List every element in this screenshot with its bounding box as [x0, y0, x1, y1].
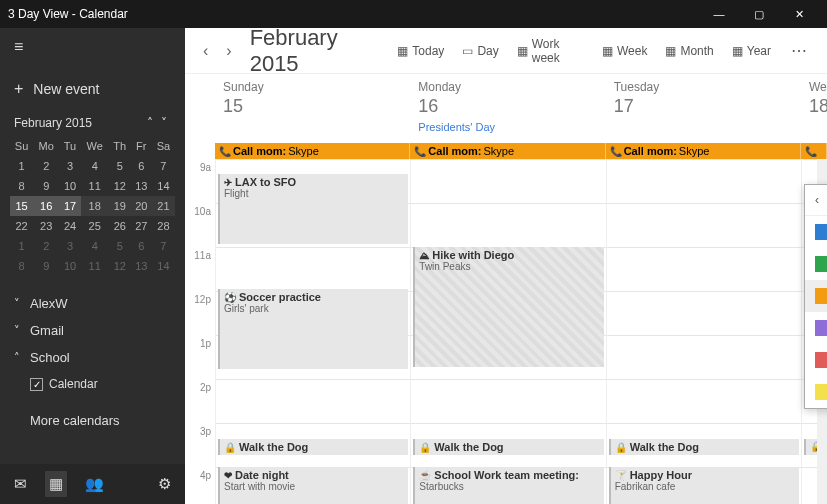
account-item[interactable]: ˅Gmail: [0, 317, 185, 344]
mini-day[interactable]: 1: [10, 156, 33, 176]
mini-day[interactable]: 5: [109, 156, 131, 176]
mini-day[interactable]: 5: [109, 236, 131, 256]
hamburger-icon[interactable]: ≡: [0, 28, 185, 66]
allday-event[interactable]: 📞Call mom: Skype: [606, 143, 801, 159]
calendar-event[interactable]: 🍸Happy HourFabrikan cafe: [609, 467, 799, 504]
category-item[interactable]: Red Category: [805, 344, 827, 376]
mini-day[interactable]: 7: [152, 156, 175, 176]
calendar-icon[interactable]: ▦: [45, 471, 67, 497]
mini-day[interactable]: 4: [81, 156, 109, 176]
view-today-button[interactable]: ▦Today: [391, 40, 450, 62]
hour-cell[interactable]: [411, 203, 605, 247]
mini-day[interactable]: 8: [10, 176, 33, 196]
calendar-event[interactable]: ☕School Work team meeting:Starbucks: [413, 467, 603, 504]
prev-range-button[interactable]: ‹: [197, 38, 214, 64]
mini-day[interactable]: 26: [109, 216, 131, 236]
allday-event[interactable]: 📞Call mom: Skype: [410, 143, 605, 159]
view-month-button[interactable]: ▦Month: [659, 40, 719, 62]
category-item[interactable]: Yellow Category: [805, 376, 827, 408]
hour-cell[interactable]: [607, 203, 801, 247]
time-label: 3p: [185, 423, 215, 467]
hour-cell[interactable]: [607, 379, 801, 423]
checkbox-icon[interactable]: ✓: [30, 378, 43, 391]
mini-day[interactable]: 12: [109, 256, 131, 276]
mini-day[interactable]: 15: [10, 196, 33, 216]
maximize-button[interactable]: ▢: [739, 8, 779, 21]
more-button[interactable]: ⋯: [783, 37, 815, 64]
mini-day[interactable]: 19: [109, 196, 131, 216]
mini-day[interactable]: 16: [33, 196, 59, 216]
mini-day[interactable]: 8: [10, 256, 33, 276]
hour-cell[interactable]: [607, 335, 801, 379]
mini-day[interactable]: 6: [131, 156, 152, 176]
mini-day[interactable]: 4: [81, 236, 109, 256]
mini-day[interactable]: 6: [131, 236, 152, 256]
new-event-button[interactable]: + New event: [0, 66, 185, 116]
mini-next-button[interactable]: ˅: [157, 116, 171, 130]
mini-day[interactable]: 14: [152, 256, 175, 276]
next-range-button[interactable]: ›: [220, 38, 237, 64]
more-calendars-button[interactable]: More calendars: [0, 403, 185, 438]
category-item[interactable]: Orange Category: [805, 280, 827, 312]
category-item[interactable]: Green Category: [805, 248, 827, 280]
mini-day[interactable]: 23: [33, 216, 59, 236]
hour-cell[interactable]: [411, 159, 605, 203]
popup-back-button[interactable]: ‹: [815, 193, 827, 207]
view-day-button[interactable]: ▭Day: [456, 40, 504, 62]
hour-cell[interactable]: [216, 379, 410, 423]
mini-day[interactable]: 11: [81, 176, 109, 196]
people-icon[interactable]: 👥: [81, 471, 108, 497]
account-item[interactable]: ˄School: [0, 344, 185, 371]
sub-calendar-item[interactable]: ✓Calendar: [0, 371, 185, 397]
hour-cell[interactable]: [411, 379, 605, 423]
mini-day[interactable]: 9: [33, 256, 59, 276]
mini-day[interactable]: 24: [59, 216, 80, 236]
mini-day[interactable]: 2: [33, 236, 59, 256]
calendar-event[interactable]: 🔒Walk the Dog: [609, 439, 799, 455]
hour-cell[interactable]: [607, 159, 801, 203]
mini-day[interactable]: 10: [59, 176, 80, 196]
mini-day[interactable]: 12: [109, 176, 131, 196]
mini-day[interactable]: 25: [81, 216, 109, 236]
mini-day[interactable]: 11: [81, 256, 109, 276]
mini-day[interactable]: 2: [33, 156, 59, 176]
mini-day[interactable]: 7: [152, 236, 175, 256]
allday-event[interactable]: 📞: [801, 143, 827, 159]
mini-day[interactable]: 17: [59, 196, 80, 216]
mini-prev-button[interactable]: ˄: [143, 116, 157, 130]
mini-day[interactable]: 20: [131, 196, 152, 216]
hour-cell[interactable]: [216, 247, 410, 291]
mini-day[interactable]: 3: [59, 236, 80, 256]
mini-day[interactable]: 3: [59, 156, 80, 176]
mini-day[interactable]: 13: [131, 176, 152, 196]
category-item[interactable]: Blue Category: [805, 216, 827, 248]
mini-day[interactable]: 1: [10, 236, 33, 256]
minimize-button[interactable]: —: [699, 8, 739, 20]
mini-day[interactable]: 18: [81, 196, 109, 216]
calendar-event[interactable]: ⛰Hike with DiegoTwin Peaks: [413, 247, 603, 367]
view-workweek-button[interactable]: ▦Work week: [511, 33, 590, 69]
settings-icon[interactable]: ⚙: [154, 471, 175, 497]
calendar-event[interactable]: ❤Date nightStart with movie: [218, 467, 408, 504]
category-item[interactable]: Purple Category: [805, 312, 827, 344]
mini-day[interactable]: 9: [33, 176, 59, 196]
mini-day[interactable]: 27: [131, 216, 152, 236]
view-week-button[interactable]: ▦Week: [596, 40, 653, 62]
account-item[interactable]: ˅AlexW: [0, 290, 185, 317]
calendar-event[interactable]: ✈LAX to SFOFlight: [218, 174, 408, 244]
mail-icon[interactable]: ✉: [10, 471, 31, 497]
mini-day[interactable]: 22: [10, 216, 33, 236]
mini-day[interactable]: 10: [59, 256, 80, 276]
calendar-event[interactable]: ⚽Soccer practiceGirls' park: [218, 289, 408, 369]
calendar-event[interactable]: 🔒Walk the Dog: [413, 439, 603, 455]
close-button[interactable]: ✕: [779, 8, 819, 21]
view-year-button[interactable]: ▦Year: [726, 40, 777, 62]
mini-day[interactable]: 21: [152, 196, 175, 216]
calendar-event[interactable]: 🔒Walk the Dog: [218, 439, 408, 455]
hour-cell[interactable]: [607, 247, 801, 291]
allday-event[interactable]: 📞Call mom: Skype: [215, 143, 410, 159]
hour-cell[interactable]: [607, 291, 801, 335]
mini-day[interactable]: 28: [152, 216, 175, 236]
mini-day[interactable]: 13: [131, 256, 152, 276]
mini-day[interactable]: 14: [152, 176, 175, 196]
